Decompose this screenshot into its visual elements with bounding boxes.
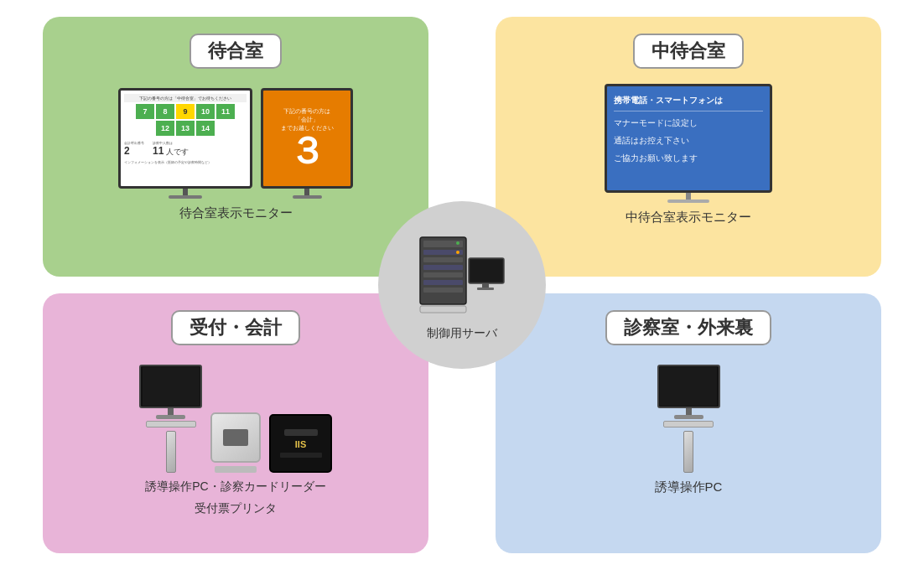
topleft-title: 待合室 [189,34,282,69]
quadrant-bottomleft: 受付・会計 [43,293,428,553]
monitor-line3: 通話はお控え下さい [614,133,763,148]
waiting-header: 下記の番号の方は「中待合室」でお待ちください [124,94,247,102]
svg-point-8 [456,241,459,245]
num-7: 7 [136,104,154,119]
pc-unit-right [657,365,720,473]
equipment-row-left: IIS [139,365,332,473]
orange-text: 下記の番号の方は「会計」までお越しください [281,107,334,132]
server-illustration [412,229,512,321]
center-server-circle: 制御用サーバ [378,201,546,369]
pc-unit-left [139,365,202,473]
monitor-line4: ご協力お願い致します [614,151,763,166]
equipment-row-right [657,365,720,473]
bottomright-title: 診察室・外来裏 [605,310,771,345]
num-13: 13 [176,121,195,136]
waiting-monitor-1: 下記の番号の方は「中待合室」でお待ちください 7 8 9 10 11 12 13 [118,88,252,199]
svg-rect-7 [423,288,463,293]
quadrant-bottomright: 診察室・外来裏 誘導操作PC [496,293,881,553]
bottomleft-label1: 誘導操作PC・診察カードリーダー [145,479,325,495]
middle-display: 携帯電話・スマートフォンは マナーモードに設定し 通話はお控え下さい ご協力お願… [605,84,772,193]
num-9: 9 [176,104,195,119]
num-8: 8 [156,104,174,119]
card-reader-unit [210,412,261,473]
center-label: 制御用サーバ [427,326,497,341]
svg-rect-6 [423,280,463,285]
num-14: 14 [196,121,215,136]
bottomright-label: 誘導操作PC [655,479,723,495]
printer-unit: IIS [269,414,332,473]
orange-number: ３ [288,132,325,169]
svg-rect-11 [470,260,502,282]
topright-label: 中待合室表示モニター [626,210,751,225]
waiting-monitor-2: 下記の番号の方は「会計」までお越しください ３ [261,88,353,199]
bottomleft-label2: 受付票プリンタ [195,501,277,516]
num-10: 10 [196,104,215,119]
topright-title: 中待合室 [633,34,744,69]
svg-rect-14 [420,306,466,313]
monitor-line1: 携帯電話・スマートフォンは [614,93,763,111]
topleft-label: 待合室表示モニター [179,205,293,221]
bottomleft-title: 受付・会計 [171,310,300,345]
quadrant-topleft: 待合室 下記の番号の方は「中待合室」でお待ちください 7 8 9 10 [43,17,428,277]
diagram-container: 待合室 下記の番号の方は「中待合室」でお待ちください 7 8 9 10 [43,17,881,553]
svg-rect-5 [423,272,463,277]
svg-rect-13 [477,288,494,290]
topleft-monitors: 下記の番号の方は「中待合室」でお待ちください 7 8 9 10 11 12 13 [118,88,353,199]
monitor-line2: マナーモードに設定し [614,116,763,131]
svg-rect-3 [423,257,463,262]
quadrant-topright: 中待合室 携帯電話・スマートフォンは マナーモードに設定し 通話はお控え下さい … [496,17,881,277]
waiting-display: 下記の番号の方は「中待合室」でお待ちください 7 8 9 10 11 12 13 [118,88,252,189]
svg-point-9 [456,251,459,254]
num-12: 12 [156,121,174,136]
orange-display: 下記の番号の方は「会計」までお越しください ３ [261,88,353,189]
middle-waiting-monitor: 携帯電話・スマートフォンは マナーモードに設定し 通話はお控え下さい ご協力お願… [605,84,772,203]
num-11: 11 [216,104,235,119]
svg-rect-4 [423,265,463,270]
